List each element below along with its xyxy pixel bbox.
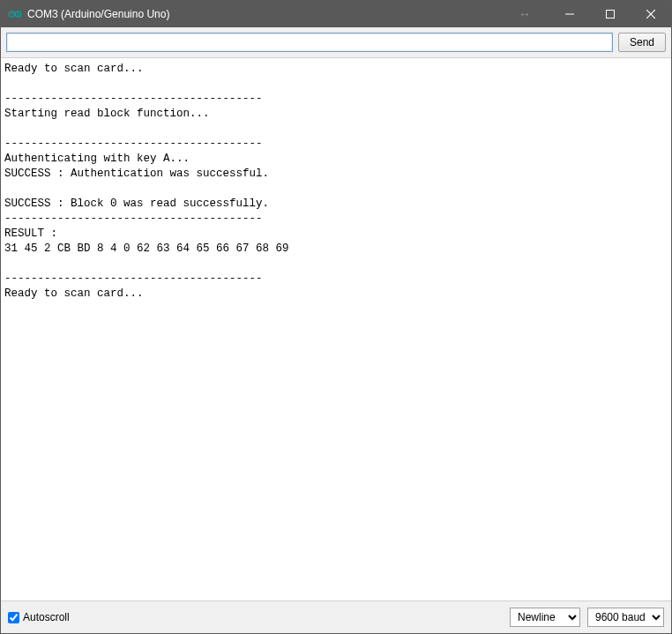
serial-input[interactable] <box>6 33 613 52</box>
close-button[interactable] <box>631 1 671 27</box>
status-bar: Autoscroll Newline 9600 baud <box>1 601 671 633</box>
autoscroll-checkbox-wrap[interactable]: Autoscroll <box>8 611 70 623</box>
maximize-button[interactable] <box>590 1 631 27</box>
window-title: COM3 (Arduino/Genuino Uno) <box>27 8 169 20</box>
minimize-button[interactable] <box>549 1 590 27</box>
serial-monitor-window: COM3 (Arduino/Genuino Uno) ↔ Send Ready … <box>0 0 672 634</box>
serial-output-area[interactable]: Ready to scan card... ------------------… <box>1 57 671 601</box>
baud-rate-select[interactable]: 9600 baud <box>587 608 664 627</box>
send-button[interactable]: Send <box>618 33 666 52</box>
autoscroll-checkbox[interactable] <box>8 612 19 623</box>
resize-grip-icon: ↔ <box>518 7 532 21</box>
line-ending-select[interactable]: Newline <box>510 608 580 627</box>
autoscroll-label: Autoscroll <box>23 611 70 623</box>
serial-output-text: Ready to scan card... ------------------… <box>4 62 668 302</box>
titlebar: COM3 (Arduino/Genuino Uno) ↔ <box>1 1 671 27</box>
arduino-icon <box>8 7 22 21</box>
input-toolbar: Send <box>1 27 671 57</box>
svg-rect-6 <box>607 11 615 19</box>
